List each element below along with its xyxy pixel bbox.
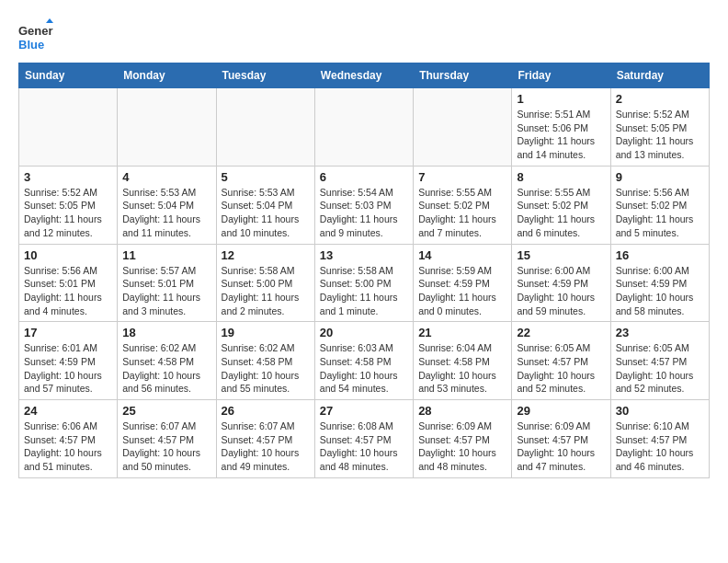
day-info: Sunrise: 5:53 AM Sunset: 5:04 PM Dayligh…	[122, 186, 210, 240]
logo: General Blue	[18, 18, 53, 53]
calendar-cell: 18Sunrise: 6:02 AM Sunset: 4:58 PM Dayli…	[118, 322, 216, 400]
calendar-cell: 30Sunrise: 6:10 AM Sunset: 4:57 PM Dayli…	[610, 400, 709, 478]
day-number: 22	[517, 326, 605, 339]
calendar-week-row: 24Sunrise: 6:06 AM Sunset: 4:57 PM Dayli…	[19, 400, 710, 478]
day-number: 7	[418, 170, 506, 184]
calendar-cell: 14Sunrise: 5:59 AM Sunset: 4:59 PM Dayli…	[414, 244, 512, 322]
day-number: 5	[222, 170, 310, 184]
day-info: Sunrise: 6:08 AM Sunset: 4:57 PM Dayligh…	[320, 419, 408, 474]
day-number: 4	[122, 170, 210, 184]
day-info: Sunrise: 5:52 AM Sunset: 5:05 PM Dayligh…	[616, 108, 704, 162]
day-number: 14	[418, 248, 506, 262]
calendar-cell	[314, 88, 413, 167]
calendar-cell: 24Sunrise: 6:06 AM Sunset: 4:57 PM Dayli…	[19, 400, 118, 478]
day-info: Sunrise: 5:58 AM Sunset: 5:00 PM Dayligh…	[222, 264, 310, 318]
weekday-header: Sunday	[19, 63, 118, 88]
calendar-week-row: 1Sunrise: 5:51 AM Sunset: 5:06 PM Daylig…	[19, 88, 710, 167]
day-number: 24	[24, 404, 112, 418]
day-info: Sunrise: 5:56 AM Sunset: 5:01 PM Dayligh…	[24, 264, 112, 318]
calendar-week-row: 3Sunrise: 5:52 AM Sunset: 5:05 PM Daylig…	[19, 166, 710, 244]
calendar-cell: 23Sunrise: 6:05 AM Sunset: 4:57 PM Dayli…	[610, 322, 709, 400]
calendar-cell: 27Sunrise: 6:08 AM Sunset: 4:57 PM Dayli…	[314, 400, 413, 478]
day-info: Sunrise: 5:57 AM Sunset: 5:01 PM Dayligh…	[122, 264, 210, 318]
day-info: Sunrise: 6:00 AM Sunset: 4:59 PM Dayligh…	[517, 264, 605, 318]
day-info: Sunrise: 6:02 AM Sunset: 4:58 PM Dayligh…	[222, 341, 310, 396]
calendar-cell	[414, 88, 512, 167]
logo-bird-icon: General Blue	[18, 18, 53, 53]
weekday-header: Friday	[512, 63, 610, 88]
calendar-cell: 11Sunrise: 5:57 AM Sunset: 5:01 PM Dayli…	[118, 244, 216, 322]
svg-marker-2	[46, 18, 53, 23]
calendar-cell: 2Sunrise: 5:52 AM Sunset: 5:05 PM Daylig…	[610, 88, 709, 167]
day-info: Sunrise: 5:53 AM Sunset: 5:04 PM Dayligh…	[222, 186, 310, 240]
day-number: 19	[222, 326, 310, 339]
calendar-cell: 5Sunrise: 5:53 AM Sunset: 5:04 PM Daylig…	[216, 166, 314, 244]
day-number: 30	[616, 404, 704, 418]
calendar-cell: 12Sunrise: 5:58 AM Sunset: 5:00 PM Dayli…	[216, 244, 314, 322]
day-number: 15	[517, 248, 605, 262]
day-info: Sunrise: 6:04 AM Sunset: 4:58 PM Dayligh…	[418, 341, 506, 396]
day-number: 12	[222, 248, 310, 262]
calendar-cell	[19, 88, 118, 167]
day-number: 28	[418, 404, 506, 418]
calendar-cell: 10Sunrise: 5:56 AM Sunset: 5:01 PM Dayli…	[19, 244, 118, 322]
day-number: 26	[222, 404, 310, 418]
day-number: 13	[320, 248, 408, 262]
calendar-cell: 26Sunrise: 6:07 AM Sunset: 4:57 PM Dayli…	[216, 400, 314, 478]
weekday-header: Monday	[118, 63, 216, 88]
day-number: 23	[616, 326, 704, 339]
day-number: 2	[616, 92, 704, 106]
calendar-cell: 13Sunrise: 5:58 AM Sunset: 5:00 PM Dayli…	[314, 244, 413, 322]
day-info: Sunrise: 6:06 AM Sunset: 4:57 PM Dayligh…	[24, 419, 112, 474]
day-info: Sunrise: 6:09 AM Sunset: 4:57 PM Dayligh…	[418, 419, 506, 474]
calendar-cell	[118, 88, 216, 167]
day-info: Sunrise: 6:07 AM Sunset: 4:57 PM Dayligh…	[122, 419, 210, 474]
calendar-cell: 6Sunrise: 5:54 AM Sunset: 5:03 PM Daylig…	[314, 166, 413, 244]
calendar-cell: 3Sunrise: 5:52 AM Sunset: 5:05 PM Daylig…	[19, 166, 118, 244]
day-info: Sunrise: 5:59 AM Sunset: 4:59 PM Dayligh…	[418, 264, 506, 318]
day-info: Sunrise: 6:05 AM Sunset: 4:57 PM Dayligh…	[616, 341, 704, 396]
calendar-cell: 28Sunrise: 6:09 AM Sunset: 4:57 PM Dayli…	[414, 400, 512, 478]
calendar-cell	[216, 88, 314, 167]
day-info: Sunrise: 6:09 AM Sunset: 4:57 PM Dayligh…	[517, 419, 605, 474]
day-info: Sunrise: 5:55 AM Sunset: 5:02 PM Dayligh…	[517, 186, 605, 240]
day-info: Sunrise: 5:55 AM Sunset: 5:02 PM Dayligh…	[418, 186, 506, 240]
day-number: 18	[122, 326, 210, 339]
weekday-header: Wednesday	[314, 63, 413, 88]
day-number: 17	[24, 326, 112, 339]
calendar-cell: 20Sunrise: 6:03 AM Sunset: 4:58 PM Dayli…	[314, 322, 413, 400]
calendar-cell: 21Sunrise: 6:04 AM Sunset: 4:58 PM Dayli…	[414, 322, 512, 400]
day-number: 20	[320, 326, 408, 339]
day-info: Sunrise: 5:52 AM Sunset: 5:05 PM Dayligh…	[24, 186, 112, 240]
calendar-cell: 7Sunrise: 5:55 AM Sunset: 5:02 PM Daylig…	[414, 166, 512, 244]
weekday-header: Thursday	[414, 63, 512, 88]
calendar-cell: 15Sunrise: 6:00 AM Sunset: 4:59 PM Dayli…	[512, 244, 610, 322]
calendar-cell: 29Sunrise: 6:09 AM Sunset: 4:57 PM Dayli…	[512, 400, 610, 478]
calendar-cell: 25Sunrise: 6:07 AM Sunset: 4:57 PM Dayli…	[118, 400, 216, 478]
day-info: Sunrise: 5:54 AM Sunset: 5:03 PM Dayligh…	[320, 186, 408, 240]
calendar-cell: 1Sunrise: 5:51 AM Sunset: 5:06 PM Daylig…	[512, 88, 610, 167]
day-number: 10	[24, 248, 112, 262]
day-number: 3	[24, 170, 112, 184]
calendar-week-row: 10Sunrise: 5:56 AM Sunset: 5:01 PM Dayli…	[19, 244, 710, 322]
weekday-header: Saturday	[610, 63, 709, 88]
calendar-cell: 8Sunrise: 5:55 AM Sunset: 5:02 PM Daylig…	[512, 166, 610, 244]
logo: General Blue	[18, 18, 53, 53]
page-header: General Blue	[18, 18, 710, 53]
calendar-cell: 22Sunrise: 6:05 AM Sunset: 4:57 PM Dayli…	[512, 322, 610, 400]
calendar-cell: 16Sunrise: 6:00 AM Sunset: 4:59 PM Dayli…	[610, 244, 709, 322]
day-number: 6	[320, 170, 408, 184]
day-number: 27	[320, 404, 408, 418]
svg-text:General: General	[18, 24, 53, 38]
calendar-table: SundayMondayTuesdayWednesdayThursdayFrid…	[18, 63, 710, 478]
day-info: Sunrise: 6:00 AM Sunset: 4:59 PM Dayligh…	[616, 264, 704, 318]
day-info: Sunrise: 5:58 AM Sunset: 5:00 PM Dayligh…	[320, 264, 408, 318]
day-number: 8	[517, 170, 605, 184]
day-info: Sunrise: 6:02 AM Sunset: 4:58 PM Dayligh…	[122, 341, 210, 396]
day-info: Sunrise: 5:51 AM Sunset: 5:06 PM Dayligh…	[517, 108, 605, 162]
day-number: 11	[122, 248, 210, 262]
calendar-cell: 9Sunrise: 5:56 AM Sunset: 5:02 PM Daylig…	[610, 166, 709, 244]
calendar-week-row: 17Sunrise: 6:01 AM Sunset: 4:59 PM Dayli…	[19, 322, 710, 400]
day-info: Sunrise: 6:01 AM Sunset: 4:59 PM Dayligh…	[24, 341, 112, 396]
day-number: 9	[616, 170, 704, 184]
